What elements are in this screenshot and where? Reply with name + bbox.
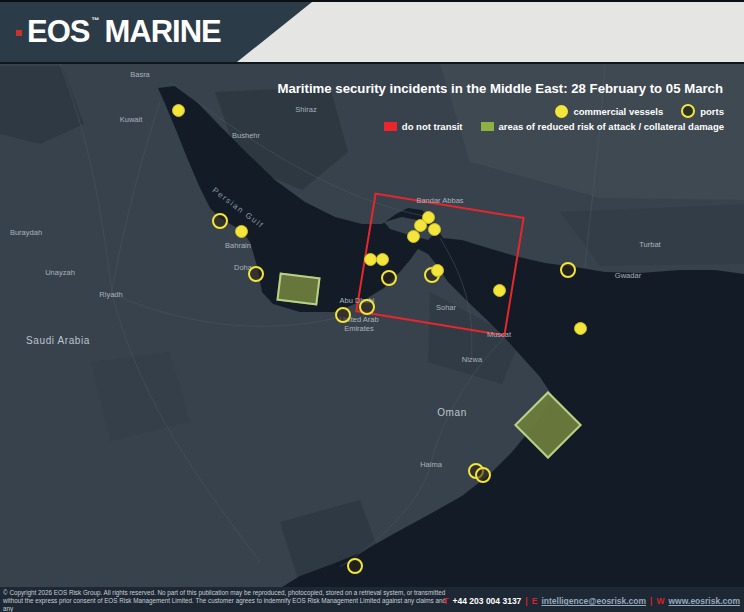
website-link[interactable]: www.eosrisk.com [669,596,741,606]
logo-eos-text: EOS [27,14,89,50]
copyright-line: © Copyright 2026 EOS Risk Group. All rig… [3,589,455,597]
header-banner: EOS ™ MARINE [0,2,744,64]
phone-tag: T [443,596,448,606]
logo-trademark: ™ [91,16,99,25]
phone-number: +44 203 004 3137 [453,596,522,606]
email-link[interactable]: intelligence@eosrisk.com [541,596,646,606]
logo-marine-text: MARINE [104,14,220,50]
copyright-text: © Copyright 2026 EOS Risk Group. All rig… [3,589,455,612]
map-svg [0,64,744,587]
email-tag: E [532,596,538,606]
logo-red-square-icon [16,30,22,36]
contact-info: T +44 203 004 3137 | E intelligence@eosr… [443,596,740,606]
eos-marine-logo: EOS ™ MARINE [16,14,221,50]
contact-separator: | [525,596,527,606]
copyright-line: without the express prior consent of EOS… [3,597,455,612]
footer-bar: © Copyright 2026 EOS Risk Group. All rig… [0,587,744,612]
page: BasraKuwaitBushehrShirazPersian GulfBahr… [0,0,744,612]
website-tag: W [656,596,664,606]
map-canvas [0,64,744,587]
contact-separator: | [650,596,652,606]
